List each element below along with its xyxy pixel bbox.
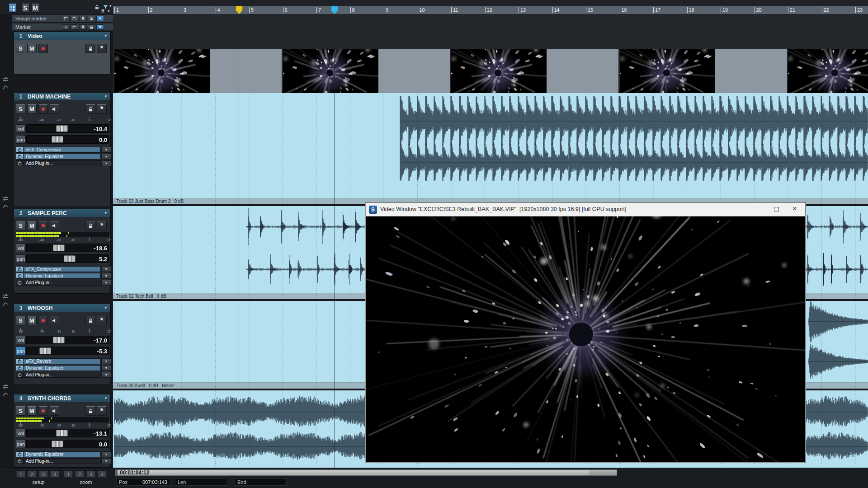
plugin-power-icon[interactable] xyxy=(16,160,24,166)
zoom-preset-button-3[interactable]: 3 xyxy=(86,471,95,478)
audio-lane-bassdrum[interactable]: Track 03 Just Bass Drum 3 0 dB xyxy=(113,93,868,204)
plugin-power-icon[interactable] xyxy=(16,372,24,378)
track-whoosh-record-button[interactable] xyxy=(38,316,48,325)
pan-slider-handle[interactable] xyxy=(52,136,63,143)
track-synth-chords-plugin-slot[interactable]: Add Plug-in...▼ xyxy=(16,458,111,464)
vol-slider-handle[interactable] xyxy=(56,430,68,436)
range-pin-icon[interactable] xyxy=(79,16,87,21)
track-sample-perc-vol-value[interactable]: -18.6 xyxy=(88,245,107,252)
track-whoosh-pan-value[interactable]: -5.3 xyxy=(88,348,107,355)
track-whoosh-monitor-speaker-button[interactable] xyxy=(50,316,59,325)
track-sample-perc-monitor-speaker-button[interactable] xyxy=(50,221,59,230)
plugin-power-icon[interactable] xyxy=(16,273,24,279)
position-scrollbar[interactable]: 00:01:04:12 xyxy=(115,469,617,476)
track-sample-perc-lock-button[interactable] xyxy=(85,221,95,230)
setup-preset-button-2[interactable]: 2 xyxy=(28,471,37,478)
track-drum-machine-vol-value[interactable]: -10.4 xyxy=(88,126,107,132)
video-track-record-button[interactable] xyxy=(38,44,48,53)
plugin-dropdown-arrow[interactable]: ▼ xyxy=(101,280,111,286)
plugin-dropdown-arrow[interactable]: ▼ xyxy=(101,266,111,272)
lock-icon[interactable] xyxy=(94,4,100,12)
plugin-name[interactable]: Dynamic Equalizer xyxy=(24,451,100,457)
track-synth-chords-pan-slider[interactable]: 0.0 xyxy=(26,440,109,448)
global-solo-button[interactable]: S xyxy=(21,4,29,13)
track-drum-machine-vol-slider[interactable]: -10.4 xyxy=(26,124,109,133)
marker-pin-icon[interactable] xyxy=(79,24,87,30)
plugin-power-icon[interactable] xyxy=(16,266,24,272)
setup-preset-button-3[interactable]: 3 xyxy=(39,471,48,478)
track-drum-machine-plugin-slot[interactable]: Add Plug-in...▼ xyxy=(16,160,111,166)
video-track-fx-star-button[interactable]: * xyxy=(97,44,107,53)
track-synth-chords-lock-button[interactable] xyxy=(85,406,95,416)
plugin-name[interactable]: Add Plug-in... xyxy=(24,458,100,464)
collapse-chevron-icon[interactable]: ▼ xyxy=(104,94,108,99)
end-field[interactable]: End xyxy=(235,478,287,486)
track-synth-chords-vol-slider[interactable]: -13.1 xyxy=(26,429,109,437)
plugin-name[interactable]: Dynamic Equalizer xyxy=(24,273,100,279)
object-grid-toggle-button[interactable] xyxy=(9,4,16,13)
collapse-chevron-icon[interactable]: ▼ xyxy=(104,211,108,215)
track-synth-chords-record-button[interactable] xyxy=(38,406,48,416)
track-drum-machine-pan-value[interactable]: 0.0 xyxy=(88,136,107,143)
plugin-power-icon[interactable] xyxy=(16,358,24,364)
track-sample-perc-titlebar[interactable]: 2SAMPLE PERC▼ xyxy=(14,209,110,217)
marker-lock-icon[interactable] xyxy=(88,24,95,30)
track-synth-chords-solo-button[interactable]: S xyxy=(16,406,25,416)
track-whoosh-plugin-slot[interactable]: eFX_Reverb▼ xyxy=(16,358,111,364)
track-synth-chords-monitor-speaker-button[interactable] xyxy=(50,406,59,416)
plugin-dropdown-arrow[interactable]: ▼ xyxy=(101,358,111,364)
track-sample-perc-header[interactable]: 2SAMPLE PERC▼SM*-80-40-20-10012vol-18.6p… xyxy=(14,209,111,294)
track-drum-machine-lock-button[interactable] xyxy=(85,104,95,114)
pan-slider-handle[interactable] xyxy=(39,347,51,354)
video-track-header[interactable]: 1Video▼SM* xyxy=(14,32,111,75)
marker-flag-icon[interactable] xyxy=(71,24,78,30)
track-drum-machine-titlebar[interactable]: 1DRUM MACHINE▼ xyxy=(14,93,110,100)
range-lock-icon[interactable] xyxy=(88,16,95,21)
video-track-lock-button[interactable] xyxy=(85,44,95,53)
grid-mode-button[interactable]: # xyxy=(101,8,104,14)
plugin-dropdown-arrow[interactable]: ▼ xyxy=(101,160,111,166)
dock-handle[interactable] xyxy=(2,293,9,306)
track-whoosh-mute-button[interactable]: M xyxy=(27,316,37,325)
track-sample-perc-pan-slider[interactable]: 5.2 xyxy=(26,254,109,263)
track-whoosh-fx-star-button[interactable]: * xyxy=(97,316,107,325)
track-synth-chords-mute-button[interactable]: M xyxy=(27,406,37,416)
plugin-dropdown-arrow[interactable]: ▼ xyxy=(101,372,111,378)
zoom-preset-button-1[interactable]: 1 xyxy=(64,471,73,478)
track-sample-perc-record-button[interactable] xyxy=(38,221,48,230)
plugin-name[interactable]: eFX_Compressor xyxy=(24,147,100,153)
plugin-name[interactable]: Add Plug-in... xyxy=(24,372,100,378)
track-drum-machine-solo-button[interactable]: S xyxy=(16,104,25,114)
plugin-dropdown-arrow[interactable]: ▼ xyxy=(101,451,111,457)
plugin-power-icon[interactable] xyxy=(16,451,24,457)
plugin-power-icon[interactable] xyxy=(16,458,24,464)
plugin-power-icon[interactable] xyxy=(16,280,24,286)
track-sample-perc-solo-button[interactable]: S xyxy=(16,221,25,230)
grid-dropdown-arrow[interactable]: ▼ xyxy=(107,9,110,13)
plugin-power-icon[interactable] xyxy=(16,147,24,153)
zoom-preset-button-4[interactable]: 4 xyxy=(98,471,107,478)
plugin-dropdown-arrow[interactable]: ▼ xyxy=(101,458,111,464)
collapse-chevron-icon[interactable]: ▼ xyxy=(104,396,108,400)
vol-slider-handle[interactable] xyxy=(56,125,68,132)
track-synth-chords-pan-value[interactable]: 0.0 xyxy=(88,441,107,448)
track-sample-perc-vol-slider[interactable]: -18.6 xyxy=(26,244,109,252)
range-end-icon[interactable] xyxy=(71,16,78,21)
range-start-icon[interactable] xyxy=(62,16,70,21)
vol-slider-handle[interactable] xyxy=(53,337,65,343)
track-drum-machine-fx-star-button[interactable]: * xyxy=(97,104,107,114)
track-whoosh-lock-button[interactable] xyxy=(85,316,95,325)
collapse-chevron-icon[interactable]: ▼ xyxy=(104,306,108,310)
plugin-dropdown-arrow[interactable]: ▼ xyxy=(101,154,111,160)
dock-handle[interactable] xyxy=(2,195,9,209)
track-whoosh-header[interactable]: 3WHOOSH▼SM*-80-40-20-10012vol-17.0pan-5.… xyxy=(14,304,111,385)
plugin-dropdown-arrow[interactable]: ▼ xyxy=(101,273,111,279)
collapse-chevron-icon[interactable]: ▼ xyxy=(104,34,108,38)
video-track-mute-button[interactable]: M xyxy=(27,44,37,53)
global-mute-button[interactable]: M xyxy=(31,4,39,13)
plugin-name[interactable]: Add Plug-in... xyxy=(24,160,100,166)
track-sample-perc-plugin-slot[interactable]: eFX_Compressor▼ xyxy=(16,266,111,272)
pan-slider-handle[interactable] xyxy=(52,441,63,447)
track-sample-perc-mute-button[interactable]: M xyxy=(27,221,37,230)
track-synth-chords-titlebar[interactable]: 4SYNTH CHORDS▼ xyxy=(14,394,110,402)
